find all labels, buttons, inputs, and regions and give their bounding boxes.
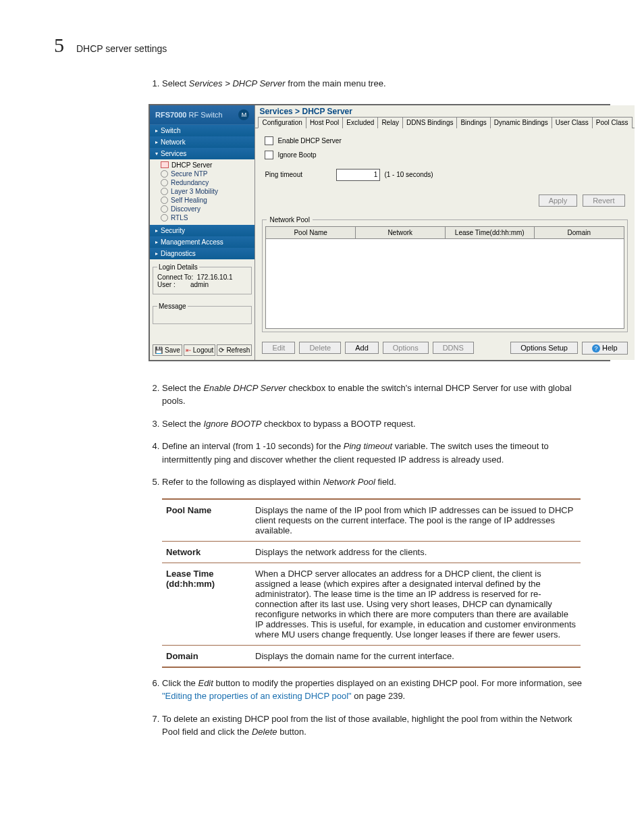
tab-ddns-bindings[interactable]: DDNS Bindings (402, 117, 457, 128)
help-icon: ? (592, 344, 600, 353)
ping-timeout-input[interactable]: 1 (336, 169, 380, 181)
field-description-table: Pool NameDisplays the name of the IP poo… (162, 498, 581, 668)
nav-network[interactable]: ▸Network (150, 136, 254, 148)
delete-button[interactable]: Delete (299, 342, 341, 354)
nav-security[interactable]: ▸Security (150, 225, 254, 236)
message-box: Message (153, 303, 252, 324)
app-screenshot: RFS7000 RF Switch M ▸Switch ▸Network ▾Se… (149, 104, 610, 361)
nav-switch[interactable]: ▸Switch (150, 125, 254, 136)
nav-services-children: DHCP Server Secure NTP Redundancy Layer … (150, 159, 254, 225)
col-domain[interactable]: Domain (535, 227, 624, 238)
tab-relay[interactable]: Relay (377, 117, 403, 128)
ping-timeout-label: Ping timeout (265, 171, 332, 178)
col-pool-name[interactable]: Pool Name (266, 227, 356, 238)
save-icon: 💾 (155, 346, 163, 354)
sidebar-title: RFS7000 RF Switch M (150, 105, 254, 124)
page-number: 5 (54, 34, 64, 57)
tab-host-pool[interactable]: Host Pool (306, 117, 343, 128)
step-3: Select the Ignore BOOTP checkbox to bypa… (162, 417, 590, 431)
logout-icon: ⇤ (186, 346, 191, 354)
nav-management-access[interactable]: ▸Management Access (150, 236, 254, 248)
discovery-icon (161, 205, 168, 213)
brand-logo-icon: M (238, 109, 249, 120)
tab-configuration[interactable]: Configuration (258, 117, 306, 128)
edit-pool-link[interactable]: "Editing the properties of an existing D… (162, 691, 352, 701)
step-4: Define an interval (from 1 -10 seconds) … (162, 440, 590, 466)
edit-button[interactable]: Edit (262, 342, 295, 354)
login-details: Login Details Connect To: 172.16.10.1 Us… (153, 263, 252, 294)
col-lease-time[interactable]: Lease Time(dd:hh:mm) (446, 227, 535, 238)
nav-dhcp-server[interactable]: DHCP Server (161, 161, 254, 170)
breadcrumb: Services > DHCP Server (255, 105, 634, 116)
add-button[interactable]: Add (345, 342, 379, 354)
refresh-icon: ⟳ (219, 346, 224, 354)
page-title: DHCP server settings (76, 43, 167, 54)
step-6: Click the Edit button to modify the prop… (162, 677, 590, 703)
nav-self-healing[interactable]: Self Healing (161, 196, 254, 205)
tab-bar: Configuration Host Pool Excluded Relay D… (255, 116, 634, 128)
nav-rtls[interactable]: RTLS (161, 213, 254, 222)
step-5: Refer to the following as displayed with… (162, 475, 590, 489)
clock-icon (161, 170, 168, 178)
tab-bindings[interactable]: Bindings (456, 117, 490, 128)
content-pane: Services > DHCP Server Configuration Hos… (255, 105, 634, 360)
step-2: Select the Enable DHCP Server checkbox t… (162, 382, 590, 408)
col-network[interactable]: Network (356, 227, 446, 238)
revert-button[interactable]: Revert (583, 194, 624, 207)
ignore-bootp-label: Ignore Bootp (277, 151, 316, 159)
apply-button[interactable]: Apply (539, 194, 578, 207)
ping-timeout-hint: (1 - 10 seconds) (384, 171, 433, 178)
options-button[interactable]: Options (383, 342, 429, 354)
refresh-button[interactable]: ⟳Refresh (217, 344, 252, 356)
help-button[interactable]: ?Help (582, 342, 628, 355)
ignore-bootp-checkbox[interactable] (265, 151, 273, 159)
nav-secure-ntp[interactable]: Secure NTP (161, 170, 254, 178)
step-7: To delete an existing DHCP pool from the… (162, 712, 590, 739)
enable-dhcp-checkbox[interactable] (265, 136, 273, 145)
nav-layer3-mobility[interactable]: Layer 3 Mobility (161, 187, 254, 196)
save-button[interactable]: 💾Save (153, 344, 182, 356)
options-setup-button[interactable]: Options Setup (510, 342, 578, 354)
network-pool-group: Network Pool Pool Name Network Lease Tim… (262, 216, 627, 332)
tab-pool-class[interactable]: Pool Class (592, 117, 633, 128)
nav-services[interactable]: ▾Services (150, 148, 254, 159)
rtls-icon (161, 214, 168, 221)
logout-button[interactable]: ⇤Logout (184, 344, 216, 356)
redundancy-icon (161, 179, 168, 186)
nav-discovery[interactable]: Discovery (161, 205, 254, 213)
healing-icon (161, 197, 168, 204)
nav-redundancy[interactable]: Redundancy (161, 178, 254, 187)
network-pool-table[interactable]: Pool Name Network Lease Time(dd:hh:mm) D… (265, 226, 624, 329)
tab-dynamic-bindings[interactable]: Dynamic Bindings (490, 117, 552, 128)
enable-dhcp-label: Enable DHCP Server (277, 137, 341, 145)
dhcp-icon (161, 161, 169, 168)
nav-diagnostics[interactable]: ▸Diagnostics (150, 248, 254, 259)
mobility-icon (161, 188, 168, 195)
step-1: Select Services > DHCP Server from the m… (162, 77, 590, 90)
sidebar: RFS7000 RF Switch M ▸Switch ▸Network ▾Se… (150, 105, 255, 360)
ddns-button[interactable]: DDNS (433, 342, 474, 354)
tab-user-class[interactable]: User Class (552, 117, 593, 128)
tab-excluded[interactable]: Excluded (342, 117, 378, 128)
